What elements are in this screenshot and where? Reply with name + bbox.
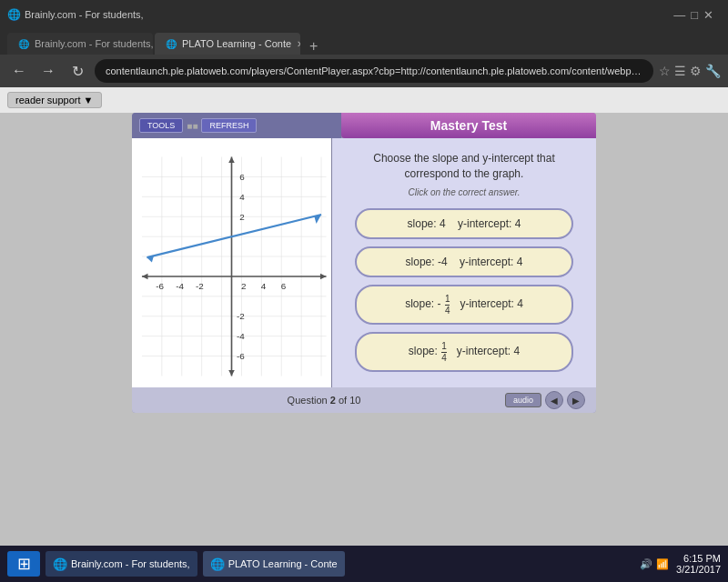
question-of-label: of <box>339 395 347 406</box>
answer-3-numerator: 1 <box>445 294 450 306</box>
click-instruction: Click on the correct answer. <box>347 187 581 197</box>
answer-1-yi-label: y-intercept: <box>449 217 515 230</box>
graph-section: -6 -4 -2 2 4 6 6 4 2 -2 -4 -6 <box>132 138 332 395</box>
answer-4-slope-label: slope: <box>409 345 440 357</box>
audio-button[interactable]: audio <box>505 393 541 407</box>
refresh-button[interactable]: ↻ <box>66 59 89 83</box>
clock: 6:15 PM 3/21/2017 <box>676 553 721 575</box>
mastery-test-header: Mastery Test <box>341 113 596 138</box>
tab-bar: 🌐 Brainly.com - For students, 🌐 PLATO Le… <box>0 29 728 55</box>
coordinate-graph: -6 -4 -2 2 4 6 6 4 2 -2 -4 -6 <box>132 138 331 395</box>
answer-2-slope-label: slope: <box>406 256 438 268</box>
app-icon-brainly: 🌐 <box>53 557 67 571</box>
app-label-plato: PLATO Learning - Conte <box>228 558 338 569</box>
answer-4-yi-label: y-intercept: <box>450 345 513 357</box>
svg-text:2: 2 <box>241 281 246 291</box>
clock-date: 3/21/2017 <box>676 564 721 575</box>
answer-3-denominator: 4 <box>445 306 450 316</box>
window-controls: — □ ✕ <box>673 8 721 22</box>
prev-button[interactable]: ◀ <box>545 391 563 409</box>
answer-3-yi-label: y-intercept: <box>454 297 517 310</box>
app-label-brainly: Brainly.com - For students, <box>71 558 190 569</box>
browser-icon: 🌐 <box>7 8 21 21</box>
answer-1-button[interactable]: slope: 4 y-intercept: 4 <box>355 208 573 239</box>
question-counter: Question 2 of 10 <box>288 395 361 406</box>
system-tray: 🔊 📶 <box>640 558 669 570</box>
svg-text:-6: -6 <box>156 281 164 291</box>
svg-text:-4: -4 <box>176 281 184 291</box>
answer-3-yi-value: 4 <box>517 297 523 310</box>
close-btn[interactable]: ✕ <box>703 8 713 22</box>
answer-4-numerator: 1 <box>441 341 447 353</box>
tab-close-plato[interactable]: ✕ <box>297 39 300 49</box>
taskbar-app-brainly[interactable]: 🌐 Brainly.com - For students, <box>46 551 197 577</box>
address-text: contentlaunch.ple.platoweb.com/players/C… <box>106 65 642 76</box>
answer-1-slope-label: slope: <box>408 217 440 230</box>
navigation-controls: audio ◀ ▶ <box>505 391 585 409</box>
answer-1-yi-value: 4 <box>515 217 521 230</box>
answer-3-slope-label: slope: - <box>405 297 440 310</box>
new-tab-button[interactable]: + <box>302 38 325 55</box>
support-bar: reader support ▼ <box>0 87 728 113</box>
question-number: 2 <box>330 395 339 406</box>
svg-text:6: 6 <box>281 281 287 291</box>
answer-2-button[interactable]: slope: -4 y-intercept: 4 <box>355 246 573 277</box>
maximize-btn[interactable]: □ <box>691 8 698 22</box>
answer-4-yi-value: 4 <box>513 345 520 357</box>
tools-button[interactable]: TOOLS <box>139 118 183 133</box>
bookmark-icon[interactable]: ☆ <box>659 64 671 78</box>
tray-icon-1: 🔊 <box>640 558 652 570</box>
minimize-btn[interactable]: — <box>673 8 685 22</box>
clock-time: 6:15 PM <box>676 553 721 564</box>
refresh-content-button[interactable]: REFRESH <box>201 118 257 133</box>
back-button[interactable]: ← <box>7 59 31 83</box>
tab-label-brainly: Brainly.com - For students, <box>35 38 153 49</box>
toolbar-separator: ■■ <box>187 121 197 131</box>
window-title: Brainly.com - For students, <box>25 9 673 20</box>
reader-support-button[interactable]: reader support ▼ <box>7 92 102 108</box>
tray-icon-2: 📶 <box>656 558 669 570</box>
taskbar-right: 🔊 📶 6:15 PM 3/21/2017 <box>640 553 721 575</box>
nav-bar: ← → ↻ contentlaunch.ple.platoweb.com/pla… <box>0 55 728 87</box>
question-section: Choose the slope and y-intercept that co… <box>332 138 596 395</box>
question-total: 10 <box>349 395 360 406</box>
taskbar-app-plato[interactable]: 🌐 PLATO Learning - Conte <box>203 551 345 577</box>
tab-plato[interactable]: 🌐 PLATO Learning - Conte ✕ <box>155 33 300 55</box>
start-button[interactable]: ⊞ <box>7 551 40 577</box>
tab-brainly[interactable]: 🌐 Brainly.com - For students, <box>7 33 153 55</box>
taskbar-left: ⊞ 🌐 Brainly.com - For students, 🌐 PLATO … <box>7 551 345 577</box>
nav-icons: ☆ ☰ ⚙ 🔧 <box>659 64 721 78</box>
address-bar[interactable]: contentlaunch.ple.platoweb.com/players/C… <box>95 59 653 83</box>
next-button[interactable]: ▶ <box>567 391 585 409</box>
app-icon-plato: 🌐 <box>210 557 225 571</box>
svg-text:4: 4 <box>239 192 245 202</box>
svg-text:-2: -2 <box>196 281 204 291</box>
menu-icon[interactable]: ☰ <box>674 64 686 78</box>
bottom-bar: Question 2 of 10 audio ◀ ▶ <box>132 387 596 413</box>
forward-button[interactable]: → <box>36 59 60 83</box>
answer-4-denominator: 4 <box>441 353 447 363</box>
tab-favicon-plato: 🌐 <box>166 39 177 49</box>
title-bar: 🌐 Brainly.com - For students, — □ ✕ <box>0 0 728 29</box>
svg-text:6: 6 <box>239 172 245 182</box>
answer-3-button[interactable]: slope: - 1 4 y-intercept: 4 <box>355 285 573 325</box>
taskbar: ⊞ 🌐 Brainly.com - For students, 🌐 PLATO … <box>0 546 728 582</box>
answer-1-slope-value: 4 <box>440 217 446 230</box>
tab-favicon-brainly: 🌐 <box>18 39 29 49</box>
svg-text:4: 4 <box>261 281 267 291</box>
settings-icon[interactable]: ⚙ <box>690 64 702 78</box>
answer-2-yi-label: y-intercept: <box>450 256 517 268</box>
svg-text:-6: -6 <box>237 351 245 361</box>
svg-text:-4: -4 <box>237 331 245 341</box>
svg-text:2: 2 <box>239 212 244 222</box>
tab-label-plato: PLATO Learning - Conte <box>182 38 291 49</box>
content-area: Mastery Test TOOLS ■■ REFRESH <box>132 113 596 413</box>
question-label: Question <box>288 395 328 406</box>
answer-3-slope-fraction: 1 4 <box>445 294 450 316</box>
answer-2-yi-value: 4 <box>517 256 523 268</box>
question-text: Choose the slope and y-intercept that co… <box>347 151 581 182</box>
answer-4-button[interactable]: slope: 1 4 y-intercept: 4 <box>355 332 573 372</box>
reader-support-label: reader support ▼ <box>15 95 94 105</box>
extensions-icon[interactable]: 🔧 <box>705 64 721 78</box>
plato-toolbar: TOOLS ■■ REFRESH <box>132 113 341 138</box>
